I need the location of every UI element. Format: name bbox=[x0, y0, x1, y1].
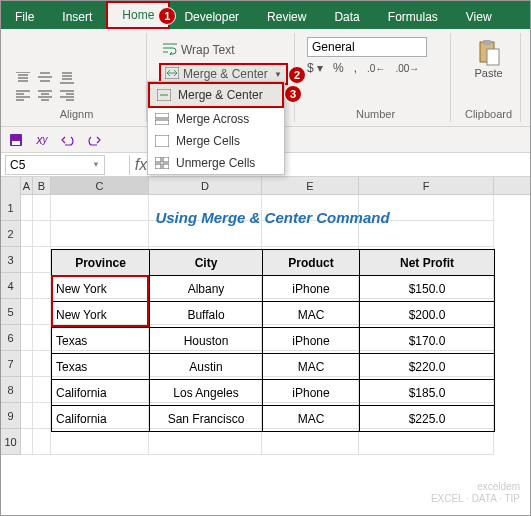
cell-city[interactable]: Austin bbox=[150, 354, 263, 380]
th-province: Province bbox=[52, 250, 150, 276]
table-row: New YorkAlbanyiPhone$150.0 bbox=[52, 276, 495, 302]
row-header[interactable]: 8 bbox=[1, 377, 21, 403]
th-city: City bbox=[150, 250, 263, 276]
dropdown-label: Merge Across bbox=[176, 112, 249, 126]
table-row: New YorkBuffaloMAC$200.0 bbox=[52, 302, 495, 328]
tab-review[interactable]: Review bbox=[253, 5, 320, 29]
cell-province[interactable]: New York bbox=[52, 276, 150, 302]
dropdown-unmerge-cells[interactable]: Unmerge Cells bbox=[148, 152, 284, 174]
merge-center-icon bbox=[165, 67, 179, 82]
save-icon[interactable] bbox=[7, 131, 25, 149]
row-header[interactable]: 10 bbox=[1, 429, 21, 455]
watermark: exceldem EXCEL · DATA · TIP bbox=[431, 481, 520, 505]
cell-province[interactable]: California bbox=[52, 380, 150, 406]
cell-city[interactable]: Los Angeles bbox=[150, 380, 263, 406]
merge-across-icon bbox=[154, 112, 170, 126]
svg-rect-8 bbox=[155, 157, 161, 162]
redo-icon[interactable] bbox=[85, 131, 103, 149]
tab-insert[interactable]: Insert bbox=[48, 5, 106, 29]
cell-city[interactable]: Albany bbox=[150, 276, 263, 302]
dropdown-merge-center[interactable]: Merge & Center 3 bbox=[148, 82, 284, 108]
comma-icon[interactable]: , bbox=[354, 61, 357, 75]
dropdown-label: Merge & Center bbox=[178, 88, 263, 102]
tab-developer[interactable]: Developer bbox=[170, 5, 253, 29]
cell-province[interactable]: Texas bbox=[52, 354, 150, 380]
cell-product[interactable]: iPhone bbox=[263, 380, 360, 406]
col-header-b[interactable]: B bbox=[33, 177, 51, 194]
tab-data[interactable]: Data bbox=[320, 5, 373, 29]
chevron-down-icon[interactable]: ▼ bbox=[274, 70, 282, 79]
cell-city[interactable]: Houston bbox=[150, 328, 263, 354]
dropdown-merge-cells[interactable]: Merge Cells bbox=[148, 130, 284, 152]
tab-view[interactable]: View bbox=[452, 5, 506, 29]
cell-netprofit[interactable]: $200.0 bbox=[360, 302, 495, 328]
table-header-row: Province City Product Net Profit bbox=[52, 250, 495, 276]
row-header[interactable]: 5 bbox=[1, 299, 21, 325]
spreadsheet-grid[interactable]: A B C D E F 12345678910 Using Merge & Ce… bbox=[1, 177, 530, 455]
cell-product[interactable]: iPhone bbox=[263, 276, 360, 302]
cell-netprofit[interactable]: $220.0 bbox=[360, 354, 495, 380]
col-header-a[interactable]: A bbox=[21, 177, 33, 194]
merge-center-icon bbox=[156, 88, 172, 102]
sheet-title: Using Merge & Center Command bbox=[51, 203, 494, 233]
cell-netprofit[interactable]: $170.0 bbox=[360, 328, 495, 354]
cell-province[interactable]: New York bbox=[52, 302, 150, 328]
cell-city[interactable]: Buffalo bbox=[150, 302, 263, 328]
row-header[interactable]: 7 bbox=[1, 351, 21, 377]
cell-product[interactable]: MAC bbox=[263, 406, 360, 432]
svg-rect-11 bbox=[163, 164, 169, 169]
dropdown-label: Merge Cells bbox=[176, 134, 240, 148]
align-right-icon[interactable] bbox=[57, 88, 77, 104]
merge-center-label: Merge & Center bbox=[183, 67, 268, 81]
cell-product[interactable]: iPhone bbox=[263, 328, 360, 354]
cell-city[interactable]: San Francisco bbox=[150, 406, 263, 432]
table-row: TexasAustinMAC$220.0 bbox=[52, 354, 495, 380]
align-left-icon[interactable] bbox=[13, 88, 33, 104]
cell-province[interactable]: California bbox=[52, 406, 150, 432]
tab-file[interactable]: File bbox=[1, 5, 48, 29]
decrease-decimal-icon[interactable]: .00→ bbox=[395, 63, 419, 74]
col-header-c[interactable]: C bbox=[51, 177, 149, 194]
svg-rect-7 bbox=[155, 135, 169, 147]
cell-province[interactable]: Texas bbox=[52, 328, 150, 354]
cell-product[interactable]: MAC bbox=[263, 354, 360, 380]
tab-formulas[interactable]: Formulas bbox=[374, 5, 452, 29]
row-header[interactable]: 6 bbox=[1, 325, 21, 351]
formula-icon[interactable]: xy bbox=[33, 131, 51, 149]
unmerge-cells-icon bbox=[154, 156, 170, 170]
data-table: Province City Product Net Profit New Yor… bbox=[51, 249, 495, 432]
table-row: CaliforniaLos AngelesiPhone$185.0 bbox=[52, 380, 495, 406]
paste-button[interactable]: Paste bbox=[472, 39, 506, 79]
select-all-corner[interactable] bbox=[1, 177, 21, 195]
align-bottom-icon[interactable] bbox=[57, 70, 77, 86]
row-header[interactable]: 1 bbox=[1, 195, 21, 221]
row-header[interactable]: 9 bbox=[1, 403, 21, 429]
wrap-text-button[interactable]: Wrap Text bbox=[159, 39, 288, 61]
group-number: $ ▾ % , .0← .00→ Number bbox=[301, 33, 451, 122]
number-format-select[interactable] bbox=[307, 37, 427, 57]
alignment-buttons bbox=[13, 70, 140, 104]
group-alignment: Alignm bbox=[7, 33, 147, 122]
svg-rect-10 bbox=[155, 164, 161, 169]
dropdown-merge-across[interactable]: Merge Across bbox=[148, 108, 284, 130]
align-top-icon[interactable] bbox=[13, 70, 33, 86]
increase-decimal-icon[interactable]: .0← bbox=[367, 63, 385, 74]
currency-icon[interactable]: $ ▾ bbox=[307, 61, 323, 75]
percent-icon[interactable]: % bbox=[333, 61, 344, 75]
undo-icon[interactable] bbox=[59, 131, 77, 149]
name-box[interactable]: C5▼ bbox=[5, 155, 105, 175]
tab-home[interactable]: Home 1 bbox=[106, 1, 170, 29]
row-header[interactable]: 4 bbox=[1, 273, 21, 299]
col-header-e[interactable]: E bbox=[262, 177, 359, 194]
col-header-d[interactable]: D bbox=[149, 177, 262, 194]
align-middle-icon[interactable] bbox=[35, 70, 55, 86]
row-header[interactable]: 3 bbox=[1, 247, 21, 273]
wrap-text-icon bbox=[163, 43, 177, 58]
cell-netprofit[interactable]: $150.0 bbox=[360, 276, 495, 302]
cell-netprofit[interactable]: $225.0 bbox=[360, 406, 495, 432]
align-center-icon[interactable] bbox=[35, 88, 55, 104]
cell-netprofit[interactable]: $185.0 bbox=[360, 380, 495, 406]
col-header-f[interactable]: F bbox=[359, 177, 494, 194]
row-header[interactable]: 2 bbox=[1, 221, 21, 247]
cell-product[interactable]: MAC bbox=[263, 302, 360, 328]
